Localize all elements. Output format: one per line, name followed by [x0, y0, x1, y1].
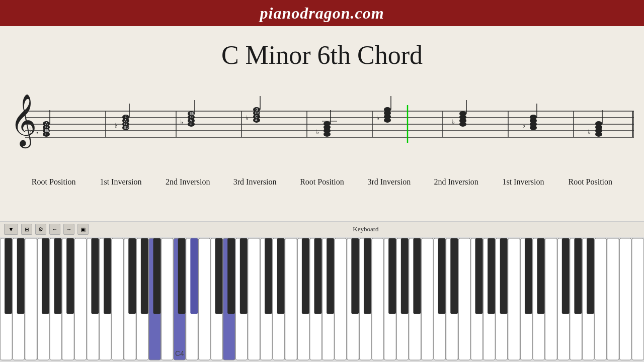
svg-rect-170: [525, 238, 532, 314]
chord-labels-row: Root Position 1st Inversion 2nd Inversio…: [5, 177, 639, 187]
svg-text:C4: C4: [175, 349, 184, 357]
svg-rect-168: [488, 238, 495, 314]
svg-rect-143: [54, 238, 62, 314]
svg-rect-125: [458, 238, 470, 360]
svg-rect-101: [162, 238, 174, 360]
svg-rect-94: [74, 238, 87, 360]
svg-rect-162: [388, 238, 396, 314]
keyboard-toolbar: ▼ ⊞ ⚙ ← → ▣ Keyboard: [0, 221, 644, 237]
svg-rect-129: [508, 238, 520, 360]
svg-rect-148: [141, 238, 148, 314]
svg-rect-172: [562, 238, 570, 314]
svg-text:G: G: [45, 125, 48, 129]
piano-svg: .wk { fill: white; stroke: #888; stroke-…: [0, 237, 644, 362]
piano-keyboard: .wk { fill: white; stroke: #888; stroke-…: [0, 237, 644, 362]
back-btn[interactable]: ←: [49, 224, 60, 235]
svg-rect-90: [25, 238, 37, 360]
svg-text:Eb: Eb: [190, 112, 194, 115]
svg-rect-111: [285, 238, 297, 360]
svg-rect-141: [17, 238, 25, 314]
svg-point-61: [324, 121, 331, 126]
svg-rect-165: [438, 238, 446, 314]
view-dropdown[interactable]: ▼: [4, 224, 18, 235]
svg-text:A: A: [45, 122, 48, 125]
svg-text:♭: ♭: [29, 126, 33, 136]
svg-rect-144: [66, 238, 74, 314]
svg-text:C: C: [255, 115, 258, 118]
svg-text:Eb: Eb: [255, 111, 260, 115]
svg-point-80: [530, 115, 537, 120]
options-btn[interactable]: ⚙: [35, 224, 46, 235]
chord-label-1: Root Position: [29, 177, 79, 187]
svg-rect-140: [5, 238, 12, 314]
grid-btn[interactable]: ⊞: [21, 224, 32, 235]
keyboard-label: Keyboard: [92, 225, 640, 233]
staff-svg: 𝄞 ♭ ♭: [5, 85, 639, 165]
svg-text:A: A: [255, 118, 258, 122]
svg-text:Eb: Eb: [124, 126, 129, 129]
svg-text:♭: ♭: [246, 114, 249, 122]
svg-rect-97: [112, 238, 124, 360]
svg-text:♭: ♭: [180, 118, 183, 126]
svg-text:G: G: [124, 122, 127, 126]
svg-rect-169: [500, 238, 508, 314]
chord-label-6: 3rd Inversion: [364, 177, 414, 187]
svg-rect-163: [401, 238, 409, 314]
svg-rect-161: [364, 238, 371, 314]
svg-rect-150: [178, 238, 186, 314]
svg-rect-164: [413, 238, 421, 314]
svg-text:Eb: Eb: [45, 129, 49, 132]
svg-rect-146: [104, 238, 111, 314]
svg-text:♭: ♭: [522, 122, 525, 129]
svg-rect-171: [537, 238, 545, 314]
svg-rect-156: [277, 238, 285, 314]
svg-text:♭: ♭: [35, 128, 38, 136]
svg-rect-166: [450, 238, 458, 314]
svg-text:C: C: [125, 115, 127, 119]
svg-rect-139: [632, 238, 644, 360]
svg-text:C: C: [45, 132, 47, 136]
svg-text:♭: ♭: [316, 128, 319, 136]
chord-label-9: Root Position: [565, 177, 615, 187]
svg-text:♭: ♭: [588, 128, 591, 136]
svg-rect-159: [327, 238, 334, 314]
svg-rect-145: [91, 238, 99, 314]
svg-rect-132: [545, 238, 557, 360]
svg-rect-173: [574, 238, 582, 314]
svg-text:C: C: [190, 115, 193, 119]
svg-rect-158: [314, 238, 321, 314]
svg-point-86: [595, 121, 602, 126]
svg-rect-167: [475, 238, 482, 314]
svg-point-68: [384, 107, 391, 112]
svg-rect-174: [587, 238, 594, 314]
svg-rect-155: [265, 238, 272, 314]
svg-text:𝄞: 𝄞: [10, 95, 37, 149]
svg-rect-152: [215, 238, 223, 314]
main-content: C Minor 6th Chord 𝄞 ♭: [0, 26, 644, 221]
staff-area: 𝄞 ♭ ♭: [5, 85, 639, 175]
svg-rect-149: [153, 238, 160, 314]
svg-text:♭: ♭: [376, 114, 379, 122]
svg-point-74: [459, 111, 466, 116]
svg-text:A: A: [190, 119, 192, 122]
svg-rect-118: [372, 238, 384, 360]
site-title: pianodragon.com: [260, 4, 384, 23]
chord-label-4: 3rd Inversion: [230, 177, 280, 187]
svg-rect-122: [421, 238, 433, 360]
chord-label-7: 2nd Inversion: [431, 177, 481, 187]
svg-rect-147: [128, 238, 136, 314]
svg-rect-153: [227, 238, 235, 314]
svg-rect-137: [607, 238, 619, 360]
chord-label-5: Root Position: [297, 177, 347, 187]
svg-text:A: A: [124, 119, 127, 122]
view-btn[interactable]: ▣: [77, 224, 89, 235]
chord-label-8: 1st Inversion: [498, 177, 548, 187]
chord-label-3: 2nd Inversion: [163, 177, 213, 187]
site-header: pianodragon.com: [0, 0, 644, 26]
svg-rect-154: [240, 238, 248, 314]
svg-text:G: G: [190, 122, 192, 126]
svg-rect-160: [351, 238, 359, 314]
svg-rect-151: [190, 238, 198, 314]
forward-btn[interactable]: →: [63, 224, 74, 235]
svg-rect-136: [595, 238, 607, 360]
